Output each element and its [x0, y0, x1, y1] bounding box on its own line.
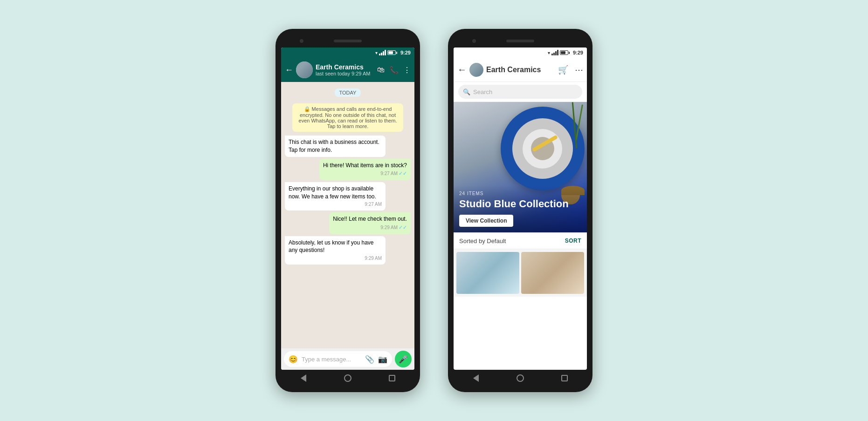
- message-time-2: 9:27 AM: [289, 201, 382, 208]
- message-time-1: 9:27 AM ✓✓: [323, 170, 407, 177]
- camera-right: [472, 39, 476, 43]
- status-icons-right: ▾: [548, 50, 568, 55]
- message-received-2: Absolutely, let us know if you have any …: [285, 236, 386, 265]
- business-notice-bubble: This chat is with a business account. Ta…: [285, 136, 386, 157]
- message-text: Absolutely, let us know if you have any …: [289, 239, 374, 254]
- recents-nav-square: [389, 375, 395, 381]
- status-bar-left: ▾ 9:29: [281, 48, 414, 58]
- product-card-1[interactable]: [456, 252, 519, 294]
- header-icons: 🛍 📞 ⋮: [377, 66, 411, 75]
- battery-icon-right: [560, 50, 568, 55]
- more-options-icon[interactable]: ⋯: [575, 65, 583, 75]
- phone-bottom-bar-left: [281, 370, 414, 387]
- shop-header-name: Earth Ceramics: [486, 66, 555, 74]
- view-collection-button[interactable]: View Collection: [459, 215, 513, 227]
- mic-icon: 🎤: [399, 355, 408, 364]
- recents-nav-square-right: [561, 375, 568, 381]
- sort-label: Sorted by Default: [459, 238, 506, 244]
- status-time-right: 9:29: [573, 50, 583, 55]
- shop-screen: ▾ 9:29 ← Earth Ceramics 🛒 ⋯: [454, 48, 587, 370]
- emoji-icon[interactable]: 😊: [289, 355, 298, 364]
- chat-header: ← Earth Ceramics last seen today 9:29 AM…: [281, 58, 414, 82]
- search-bar[interactable]: 🔍 Search: [454, 82, 587, 102]
- mic-button[interactable]: 🎤: [395, 351, 412, 367]
- message-text: Everything in our shop is available now.…: [289, 185, 376, 200]
- collection-banner: 24 ITEMS Studio Blue Collection View Col…: [454, 102, 587, 232]
- banner-items-count: 24 ITEMS: [459, 191, 581, 196]
- chat-screen: ▾ 9:29 ← Earth Cer: [281, 48, 414, 370]
- signal-icon-left: [379, 50, 386, 55]
- home-nav-button[interactable]: [343, 373, 352, 383]
- chat-header-name: Earth Ceramics: [316, 63, 374, 71]
- home-nav-circle: [344, 374, 351, 382]
- cart-icon[interactable]: 🛒: [558, 65, 568, 75]
- message-placeholder: Type a message...: [302, 356, 361, 363]
- phone-right: ▾ 9:29 ← Earth Ceramics 🛒 ⋯: [448, 29, 592, 392]
- message-sent-2: Nice!! Let me check them out. 9:29 AM ✓✓: [329, 212, 411, 234]
- shop-icon[interactable]: 🛍: [377, 66, 385, 74]
- header-info: Earth Ceramics last seen today 9:29 AM: [316, 63, 374, 76]
- message-sent-1: Hi there! What items are in stock? 9:27 …: [319, 159, 411, 180]
- speaker-left: [334, 40, 362, 42]
- chat-header-status: last seen today 9:29 AM: [316, 71, 374, 76]
- message-time-3: 9:29 AM ✓✓: [333, 224, 407, 231]
- back-nav-triangle-right: [473, 374, 479, 382]
- message-time-4: 9:29 AM: [289, 255, 382, 262]
- avatar-left: [296, 61, 313, 78]
- call-icon[interactable]: 📞: [389, 66, 399, 75]
- status-icons-left: ▾: [375, 50, 396, 55]
- back-nav-triangle: [301, 374, 306, 382]
- camera-icon[interactable]: 📷: [378, 355, 387, 364]
- message-received-1: Everything in our shop is available now.…: [285, 182, 386, 211]
- phone-top-bar-left: [281, 34, 414, 48]
- status-time-left: 9:29: [400, 50, 411, 55]
- product-thumb-1: [456, 252, 519, 294]
- recents-nav-button-right[interactable]: [560, 373, 569, 383]
- speaker-right: [506, 40, 534, 42]
- business-notice-text: This chat is with a business account. Ta…: [289, 139, 379, 153]
- wifi-icon: ▾: [375, 50, 378, 55]
- home-nav-button-right[interactable]: [516, 373, 525, 383]
- chat-body: TODAY 🔒 Messages and calls are end-to-en…: [281, 82, 414, 348]
- sort-button[interactable]: SORT: [565, 238, 581, 244]
- search-icon: 🔍: [463, 88, 470, 95]
- back-button[interactable]: ←: [285, 65, 293, 75]
- camera-left: [300, 39, 303, 43]
- search-placeholder: Search: [473, 88, 492, 95]
- search-input[interactable]: 🔍 Search: [458, 85, 582, 99]
- recents-nav-button[interactable]: [387, 373, 397, 383]
- battery-icon-left: [387, 50, 396, 55]
- phone-top-bar-right: [454, 34, 587, 48]
- banner-overlay: 24 ITEMS Studio Blue Collection View Col…: [454, 185, 587, 232]
- message-text: Hi there! What items are in stock?: [323, 162, 407, 169]
- back-nav-button[interactable]: [299, 373, 308, 383]
- sort-bar: Sorted by Default SORT: [454, 232, 587, 249]
- signal-icon-right: [551, 50, 558, 55]
- double-check-1: ✓✓: [399, 170, 407, 177]
- status-bar-right: ▾ 9:29: [454, 48, 587, 58]
- shop-back-button[interactable]: ←: [457, 64, 467, 75]
- more-icon[interactable]: ⋮: [403, 66, 411, 75]
- avatar-right: [469, 63, 483, 77]
- home-nav-circle-right: [517, 374, 524, 382]
- wifi-icon-right: ▾: [548, 50, 550, 55]
- double-check-2: ✓✓: [399, 224, 407, 231]
- message-input-box[interactable]: 😊 Type a message... 📎 📷: [284, 351, 392, 367]
- chat-input-bar: 😊 Type a message... 📎 📷 🎤: [281, 348, 414, 370]
- product-card-2[interactable]: [521, 252, 584, 294]
- phone-bottom-bar-right: [454, 370, 587, 387]
- banner-title: Studio Blue Collection: [459, 198, 581, 210]
- product-thumb-2: [521, 252, 584, 294]
- encryption-notice[interactable]: 🔒 Messages and calls are end-to-end encr…: [292, 103, 403, 132]
- attach-icon[interactable]: 📎: [365, 355, 374, 364]
- back-nav-button-right[interactable]: [471, 373, 481, 383]
- message-text: Nice!! Let me check them out.: [333, 216, 407, 222]
- phone-left: ▾ 9:29 ← Earth Cer: [276, 29, 420, 392]
- date-divider: TODAY: [285, 88, 411, 97]
- date-badge: TODAY: [335, 88, 361, 97]
- products-grid: [454, 249, 587, 297]
- shop-header: ← Earth Ceramics 🛒 ⋯: [454, 58, 587, 82]
